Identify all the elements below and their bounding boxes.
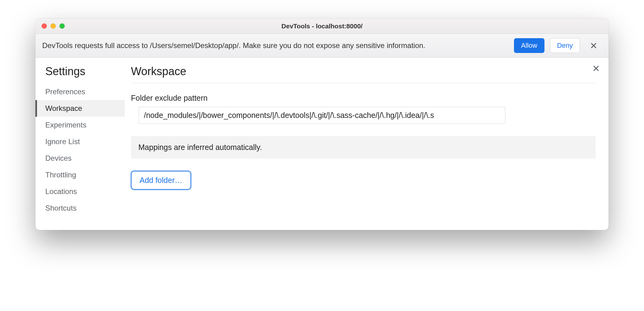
add-folder-button[interactable]: Add folder… <box>131 171 191 190</box>
close-settings-icon[interactable]: ✕ <box>592 63 600 74</box>
window-controls <box>35 23 65 29</box>
maximize-window-button[interactable] <box>59 23 65 29</box>
sidebar-item-ignore-list[interactable]: Ignore List <box>35 133 125 150</box>
sidebar-item-shortcuts[interactable]: Shortcuts <box>35 200 125 216</box>
settings-body: ✕ Settings Preferences Workspace Experim… <box>35 58 609 230</box>
sidebar-item-devices[interactable]: Devices <box>35 150 125 167</box>
permission-infobar: DevTools requests full access to /Users/… <box>35 34 609 58</box>
minimize-window-button[interactable] <box>51 23 56 29</box>
exclude-pattern-input[interactable] <box>139 107 505 124</box>
sidebar-item-workspace[interactable]: Workspace <box>35 100 125 117</box>
exclude-pattern-label: Folder exclude pattern <box>131 94 596 103</box>
titlebar: DevTools - localhost:8000/ <box>35 18 609 34</box>
window-title: DevTools - localhost:8000/ <box>35 22 609 30</box>
mappings-notice: Mappings are inferred automatically. <box>131 136 596 159</box>
page-title: Workspace <box>131 65 596 83</box>
window: DevTools - localhost:8000/ DevTools requ… <box>35 18 609 230</box>
sidebar-item-preferences[interactable]: Preferences <box>35 83 125 100</box>
close-window-button[interactable] <box>42 23 47 29</box>
settings-heading: Settings <box>35 65 125 83</box>
dismiss-infobar-icon[interactable]: ✕ <box>585 40 602 51</box>
settings-main: Workspace Folder exclude pattern Mapping… <box>125 58 609 230</box>
settings-sidebar: Settings Preferences Workspace Experimen… <box>35 58 125 230</box>
sidebar-item-experiments[interactable]: Experiments <box>35 117 125 133</box>
allow-button[interactable]: Allow <box>514 38 544 53</box>
deny-button[interactable]: Deny <box>550 38 580 53</box>
sidebar-item-locations[interactable]: Locations <box>35 183 125 200</box>
permission-message: DevTools requests full access to /Users/… <box>42 41 508 50</box>
sidebar-item-throttling[interactable]: Throttling <box>35 167 125 183</box>
